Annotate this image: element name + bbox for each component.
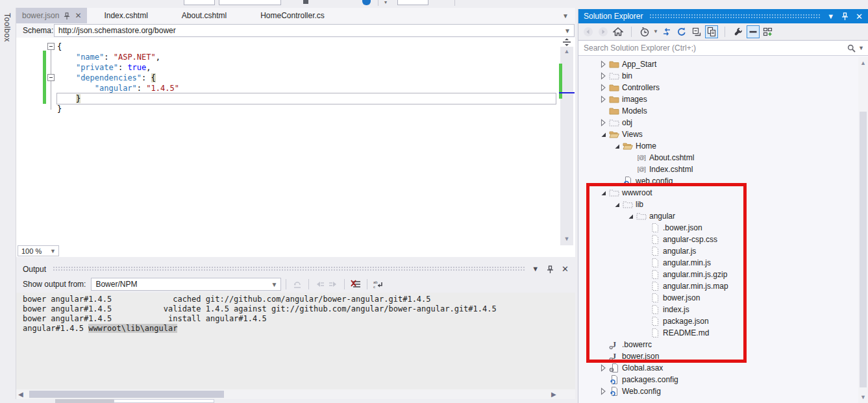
clear-all-icon[interactable] — [349, 278, 362, 290]
expand-arrow-icon[interactable] — [598, 363, 608, 373]
scroll-right-arrow[interactable]: ▶ — [551, 391, 556, 398]
expand-arrow-icon[interactable] — [598, 386, 608, 397]
scrollbar-thumb[interactable] — [860, 112, 867, 387]
collapse-arrow-icon[interactable] — [612, 199, 622, 210]
expand-arrow-icon[interactable] — [598, 117, 608, 128]
code-line[interactable]: } — [57, 93, 556, 104]
tab-index-cshtml[interactable]: Index.cshtml — [87, 8, 164, 23]
home-icon[interactable] — [612, 25, 625, 38]
tree-item-home[interactable]: Home — [578, 140, 858, 152]
tab-homecontroller-cs[interactable]: HomeController.cs — [243, 8, 341, 23]
tree-item-index-cshtml[interactable]: [@]Index.cshtml — [578, 164, 858, 175]
tree-item-images[interactable]: images — [578, 93, 858, 105]
tree-item-views[interactable]: Views — [578, 128, 858, 140]
fold-collapse-icon[interactable] — [47, 74, 55, 81]
chevron-down-icon[interactable]: ▼ — [653, 29, 658, 34]
code-line[interactable]: "dependencies": { — [57, 73, 556, 83]
scrollbar-thumb[interactable] — [29, 391, 224, 398]
zoom-select[interactable]: 100 % ▼ — [18, 245, 59, 256]
scroll-left-arrow[interactable]: ◀ — [18, 391, 23, 398]
tab-bower-json[interactable]: bower.json✕ — [16, 8, 87, 23]
pending-changes-icon[interactable] — [638, 25, 651, 38]
splitter-grip-icon[interactable] — [558, 38, 575, 47]
code-editor[interactable]: { "name": "ASP.NET", "private": true, "d… — [16, 38, 575, 245]
close-icon[interactable]: ✕ — [856, 12, 863, 21]
close-icon[interactable]: ✕ — [75, 12, 81, 19]
tree-item-packages-config[interactable]: packages.config — [578, 374, 858, 385]
pin-icon[interactable] — [841, 12, 849, 20]
collapse-arrow-icon[interactable] — [625, 211, 636, 221]
chevron-down-icon[interactable]: ▼ — [271, 281, 280, 288]
tree-item-controllers[interactable]: Controllers — [578, 82, 858, 93]
code-line[interactable]: "private": true, — [57, 62, 556, 73]
tree-item-bower-json[interactable]: Jbower.json — [578, 350, 858, 362]
tree-item-wwwroot[interactable]: wwwroot — [578, 187, 858, 199]
refresh-icon[interactable] — [675, 25, 688, 38]
fold-collapse-icon[interactable] — [47, 43, 55, 50]
tab-about-cshtml[interactable]: About.cshtml — [165, 8, 243, 23]
forward-icon[interactable] — [597, 25, 610, 38]
chevron-down-icon[interactable]: ▼ — [50, 248, 58, 254]
tab-list-chevron-icon[interactable]: ▼ — [562, 12, 575, 19]
tree-item-app-start[interactable]: App_Start — [578, 58, 858, 70]
expand-arrow-icon[interactable] — [598, 82, 608, 93]
tree-item-obj[interactable]: obj — [578, 117, 858, 128]
tree-item-index-js[interactable]: index.js — [578, 304, 858, 315]
chevron-down-icon[interactable]: ▼ — [564, 27, 574, 34]
tree-item-angular-min-js[interactable]: angular.min.js — [578, 257, 858, 269]
new-solution-explorer-view-icon[interactable] — [762, 25, 775, 38]
code-line[interactable]: { — [57, 42, 556, 52]
sync-active-document-icon[interactable] — [660, 25, 673, 38]
scroll-down-arrow[interactable]: ▼ — [558, 236, 575, 242]
tree-item-readme-md[interactable]: README.md — [578, 327, 858, 339]
tree-item-angular[interactable]: angular — [578, 210, 858, 222]
expand-arrow-icon[interactable] — [598, 94, 608, 104]
solution-explorer-scrollbar[interactable]: ▲ ▼ — [858, 57, 868, 403]
close-icon[interactable]: ✕ — [562, 265, 569, 273]
code-line[interactable]: "angular": "1.4.5" — [57, 83, 556, 93]
expand-arrow-icon[interactable] — [598, 71, 608, 81]
window-position-icon[interactable]: ▼ — [532, 265, 539, 273]
tree-item-global-asax[interactable]: Global.asax — [578, 362, 858, 374]
output-horizontal-scrollbar[interactable]: ◀ ▶ — [16, 389, 575, 399]
tree-item-package-json[interactable]: package.json — [578, 315, 858, 327]
tree-item-bower-json[interactable]: .bower.json — [578, 222, 858, 234]
output-header[interactable]: Output ▼ ✕ — [16, 262, 575, 276]
tree-item-bin[interactable]: bin — [578, 70, 858, 82]
back-icon[interactable] — [582, 25, 595, 38]
collapse-arrow-icon[interactable] — [598, 188, 608, 198]
chevron-down-icon[interactable]: ▼ — [858, 45, 864, 51]
window-position-icon[interactable]: ▼ — [827, 13, 834, 20]
scroll-down-arrow[interactable]: ▼ — [858, 394, 868, 400]
expand-arrow-icon[interactable] — [598, 59, 608, 69]
tree-item-angular-min-js-gzip[interactable]: angular.min.js.gzip — [578, 269, 858, 280]
find-message-icon[interactable] — [291, 278, 304, 290]
tree-item-bower-json[interactable]: bower.json — [578, 292, 858, 304]
tree-item-web-config[interactable]: web.config — [578, 175, 858, 187]
collapse-arrow-icon[interactable] — [612, 141, 622, 151]
word-wrap-icon[interactable]: abc — [372, 278, 385, 290]
tree-item-angular-min-js-map[interactable]: angular.min.js.map — [578, 280, 858, 292]
tree-item-models[interactable]: Models — [578, 105, 858, 117]
editor-vertical-scrollbar[interactable]: ▲ ▼ — [558, 38, 575, 245]
tree-item-about-cshtml[interactable]: [@]About.cshtml — [578, 152, 858, 164]
output-text-area[interactable]: bower angular#1.4.5 cached git://github.… — [16, 293, 575, 392]
tree-item-lib[interactable]: lib — [578, 199, 858, 210]
pin-icon[interactable] — [547, 265, 554, 273]
show-all-files-icon[interactable] — [705, 25, 718, 38]
previous-message-icon[interactable] — [314, 278, 327, 290]
tree-item-angular-csp-css[interactable]: angular-csp.css — [578, 234, 858, 245]
collapse-arrow-icon[interactable] — [598, 129, 608, 140]
tree-item-angular-js[interactable]: angular.js — [578, 245, 858, 257]
search-icon[interactable] — [847, 44, 856, 53]
search-input[interactable] — [578, 42, 847, 55]
solution-explorer-titlebar[interactable]: Solution Explorer ▼ ✕ — [578, 9, 868, 23]
preview-selected-items-icon[interactable] — [747, 25, 760, 38]
next-message-icon[interactable] — [327, 278, 340, 290]
pin-icon[interactable] — [64, 12, 70, 19]
properties-wrench-icon[interactable] — [732, 25, 745, 38]
code-line[interactable]: "name": "ASP.NET", — [57, 52, 556, 62]
tree-item-bowerrc[interactable]: J.bowerrc — [578, 339, 858, 350]
schema-combo[interactable]: http://json.schemastore.org/bower ▼ — [54, 24, 575, 37]
scroll-up-arrow[interactable]: ▲ — [858, 60, 868, 66]
